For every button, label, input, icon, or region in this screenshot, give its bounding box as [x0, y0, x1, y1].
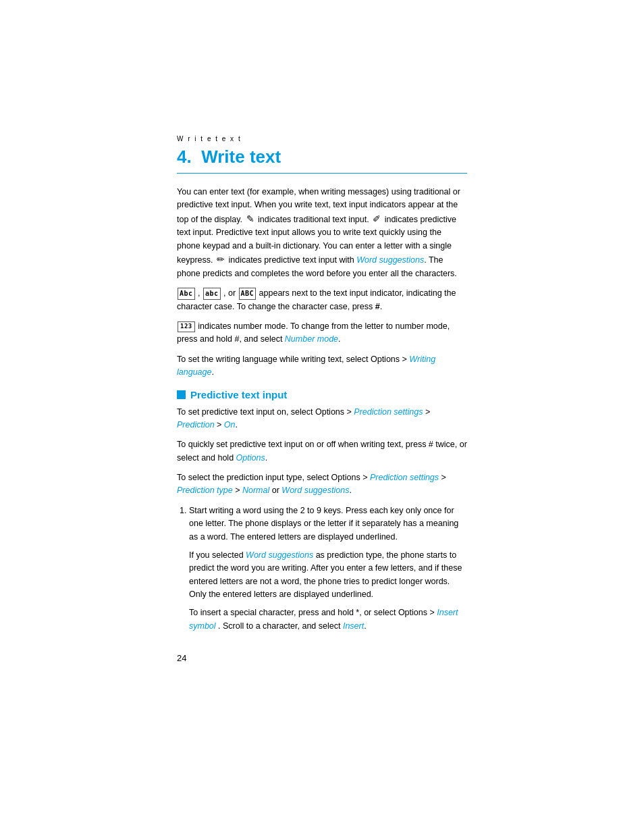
word-suggestions-link-2[interactable]: Word suggestions: [281, 486, 349, 495]
pred-paragraph-1: To set predictive text input on, select …: [177, 406, 467, 432]
predictive-input-icon: ✐: [373, 213, 381, 224]
word-suggestions-icon: ✏: [217, 254, 225, 265]
number-mode-badge: 123: [178, 321, 195, 332]
normal-link[interactable]: Normal: [242, 486, 269, 495]
pred-paragraph-2: To quickly set predictive text input on …: [177, 438, 467, 465]
content-area: W r i t e t e x t 4. Write text You can …: [177, 0, 467, 834]
list-item-1: Start writing a word using the 2 to 9 ke…: [189, 504, 467, 633]
predictive-text-heading: Predictive text input: [177, 389, 467, 400]
case-paragraph: Abc , abc , or ABC appears next to the t…: [177, 287, 467, 313]
page-number: 24: [177, 653, 467, 663]
prediction-link[interactable]: Prediction: [177, 420, 215, 429]
number-mode-link[interactable]: Number mode: [285, 334, 338, 344]
traditional-input-icon: ✎: [246, 213, 254, 224]
insert-link[interactable]: Insert: [343, 621, 364, 631]
word-suggestions-link-1[interactable]: Word suggestions: [356, 255, 424, 265]
section-label: W r i t e t e x t: [177, 135, 467, 142]
steps-list: Start writing a word using the 2 to 9 ke…: [189, 504, 467, 633]
predictive-text-heading-label: Predictive text input: [190, 389, 287, 400]
badge-abc: Abc: [178, 288, 195, 300]
page: W r i t e t e x t 4. Write text You can …: [0, 0, 644, 834]
heading-square-icon: [177, 390, 186, 399]
chapter-title-text: Write text: [201, 147, 281, 167]
sub-paragraph-2: To insert a special character, press and…: [189, 606, 467, 633]
number-mode-paragraph: 123 indicates number mode. To change fro…: [177, 320, 467, 346]
chapter-title: 4. Write text: [177, 147, 467, 174]
prediction-settings-link-2[interactable]: Prediction settings: [370, 473, 439, 482]
options-link-1[interactable]: Options: [236, 453, 265, 463]
badge-abc-lower: abc: [203, 288, 221, 300]
badge-ABC: ABC: [239, 288, 257, 300]
sub-paragraph-1: If you selected Word suggestions as pred…: [189, 549, 467, 602]
writing-language-paragraph: To set the writing language while writin…: [177, 353, 467, 380]
prediction-settings-link-1[interactable]: Prediction settings: [354, 407, 423, 417]
intro-paragraph: You can enter text (for example, when wr…: [177, 186, 467, 280]
prediction-type-link[interactable]: Prediction type: [177, 486, 233, 495]
word-suggestions-link-3[interactable]: Word suggestions: [246, 550, 313, 560]
chapter-number: 4.: [177, 147, 192, 167]
on-link[interactable]: On: [224, 420, 236, 429]
pred-paragraph-3: To select the prediction input type, sel…: [177, 471, 467, 498]
